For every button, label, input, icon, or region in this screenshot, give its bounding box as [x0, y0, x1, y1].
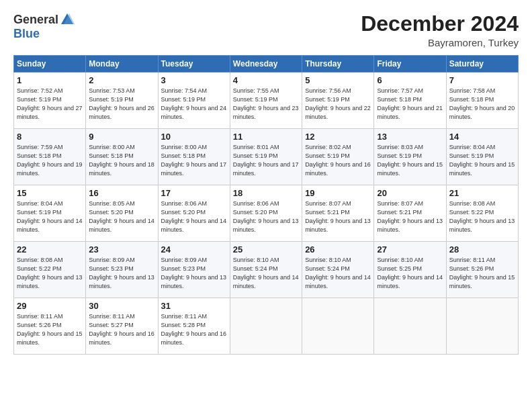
day-number: 3	[161, 75, 227, 85]
calendar-day-cell: 11Sunrise: 8:01 AMSunset: 5:19 PMDayligh…	[230, 129, 302, 185]
day-info: Sunrise: 8:09 AMSunset: 5:23 PMDaylight:…	[161, 257, 227, 289]
month-title: December 2024	[361, 12, 519, 36]
day-number: 10	[161, 132, 227, 142]
day-number: 17	[161, 188, 227, 198]
header-tuesday: Tuesday	[158, 56, 230, 73]
day-number: 18	[233, 188, 299, 198]
calendar-day-cell: 25Sunrise: 8:10 AMSunset: 5:24 PMDayligh…	[230, 242, 302, 298]
day-number: 14	[449, 132, 515, 142]
calendar-day-cell: 3Sunrise: 7:54 AMSunset: 5:19 PMDaylight…	[158, 73, 230, 129]
day-number: 27	[377, 244, 443, 255]
day-info: Sunrise: 8:08 AMSunset: 5:22 PMDaylight:…	[449, 200, 515, 233]
day-number: 1	[17, 75, 83, 85]
calendar-day-cell: 20Sunrise: 8:07 AMSunset: 5:21 PMDayligh…	[374, 185, 446, 242]
calendar-day-cell: 13Sunrise: 8:03 AMSunset: 5:19 PMDayligh…	[374, 129, 446, 185]
title-block: December 2024 Bayramoren, Turkey	[361, 12, 519, 48]
day-info: Sunrise: 8:00 AMSunset: 5:18 PMDaylight:…	[161, 144, 227, 177]
day-number: 30	[89, 301, 154, 311]
day-info: Sunrise: 8:01 AMSunset: 5:19 PMDaylight:…	[233, 144, 299, 177]
day-info: Sunrise: 7:55 AMSunset: 5:19 PMDaylight:…	[233, 87, 299, 120]
calendar-week-row: 8Sunrise: 7:59 AMSunset: 5:18 PMDaylight…	[14, 129, 519, 185]
day-info: Sunrise: 8:11 AMSunset: 5:27 PMDaylight:…	[89, 313, 154, 346]
calendar-day-cell: 4Sunrise: 7:55 AMSunset: 5:19 PMDaylight…	[230, 73, 302, 129]
day-number: 4	[233, 75, 299, 85]
calendar-day-cell: 23Sunrise: 8:09 AMSunset: 5:23 PMDayligh…	[86, 242, 158, 298]
day-info: Sunrise: 7:53 AMSunset: 5:19 PMDaylight:…	[89, 87, 154, 120]
day-info: Sunrise: 8:05 AMSunset: 5:20 PMDaylight:…	[89, 200, 154, 233]
header-wednesday: Wednesday	[230, 56, 302, 73]
calendar-day-cell: 15Sunrise: 8:04 AMSunset: 5:19 PMDayligh…	[14, 185, 86, 242]
day-info: Sunrise: 7:56 AMSunset: 5:19 PMDaylight:…	[305, 87, 371, 120]
logo-icon	[60, 12, 75, 27]
calendar-day-cell: 30Sunrise: 8:11 AMSunset: 5:27 PMDayligh…	[86, 298, 158, 355]
calendar-week-row: 1Sunrise: 7:52 AMSunset: 5:19 PMDaylight…	[14, 73, 519, 129]
day-number: 19	[305, 188, 371, 198]
day-info: Sunrise: 8:10 AMSunset: 5:24 PMDaylight:…	[233, 257, 299, 289]
calendar-day-cell: 19Sunrise: 8:07 AMSunset: 5:21 PMDayligh…	[302, 185, 374, 242]
calendar-week-row: 29Sunrise: 8:11 AMSunset: 5:26 PMDayligh…	[14, 298, 519, 355]
calendar-table: Sunday Monday Tuesday Wednesday Thursday…	[13, 55, 519, 355]
day-info: Sunrise: 8:06 AMSunset: 5:20 PMDaylight:…	[233, 200, 299, 233]
calendar-day-cell: 1Sunrise: 7:52 AMSunset: 5:19 PMDaylight…	[14, 73, 86, 129]
day-number: 11	[233, 132, 299, 142]
calendar-day-cell	[374, 298, 446, 355]
day-info: Sunrise: 8:10 AMSunset: 5:25 PMDaylight:…	[377, 257, 443, 289]
day-info: Sunrise: 8:07 AMSunset: 5:21 PMDaylight:…	[377, 200, 443, 233]
day-number: 13	[377, 132, 443, 142]
logo-general-text: General	[13, 13, 58, 27]
day-info: Sunrise: 8:11 AMSunset: 5:26 PMDaylight:…	[449, 257, 515, 289]
calendar-day-cell: 21Sunrise: 8:08 AMSunset: 5:22 PMDayligh…	[446, 185, 518, 242]
header-friday: Friday	[374, 56, 446, 73]
page: General Blue December 2024 Bayramoren, T…	[0, 0, 532, 411]
day-number: 22	[17, 244, 83, 255]
calendar-day-cell: 26Sunrise: 8:10 AMSunset: 5:24 PMDayligh…	[302, 242, 374, 298]
calendar-day-cell: 22Sunrise: 8:08 AMSunset: 5:22 PMDayligh…	[14, 242, 86, 298]
day-number: 25	[233, 244, 299, 255]
calendar-day-cell: 24Sunrise: 8:09 AMSunset: 5:23 PMDayligh…	[158, 242, 230, 298]
day-info: Sunrise: 7:57 AMSunset: 5:18 PMDaylight:…	[377, 87, 443, 120]
calendar-day-cell: 17Sunrise: 8:06 AMSunset: 5:20 PMDayligh…	[158, 185, 230, 242]
calendar-day-cell: 29Sunrise: 8:11 AMSunset: 5:26 PMDayligh…	[14, 298, 86, 355]
calendar-day-cell: 9Sunrise: 8:00 AMSunset: 5:18 PMDaylight…	[86, 129, 158, 185]
day-number: 6	[377, 75, 443, 85]
day-number: 9	[89, 132, 154, 142]
calendar-day-cell: 10Sunrise: 8:00 AMSunset: 5:18 PMDayligh…	[158, 129, 230, 185]
day-number: 26	[305, 244, 371, 255]
day-number: 7	[449, 75, 515, 85]
day-info: Sunrise: 8:11 AMSunset: 5:28 PMDaylight:…	[161, 313, 227, 346]
day-info: Sunrise: 7:54 AMSunset: 5:19 PMDaylight:…	[161, 87, 227, 120]
calendar-day-cell	[446, 298, 518, 355]
calendar-day-cell: 5Sunrise: 7:56 AMSunset: 5:19 PMDaylight…	[302, 73, 374, 129]
header-saturday: Saturday	[446, 56, 518, 73]
day-info: Sunrise: 8:06 AMSunset: 5:20 PMDaylight:…	[161, 200, 227, 233]
calendar-week-row: 15Sunrise: 8:04 AMSunset: 5:19 PMDayligh…	[14, 185, 519, 242]
day-number: 23	[89, 244, 154, 255]
day-info: Sunrise: 8:08 AMSunset: 5:22 PMDaylight:…	[17, 257, 83, 289]
calendar-day-cell: 2Sunrise: 7:53 AMSunset: 5:19 PMDaylight…	[86, 73, 158, 129]
header-thursday: Thursday	[302, 56, 374, 73]
header-sunday: Sunday	[14, 56, 86, 73]
day-number: 12	[305, 132, 371, 142]
calendar-week-row: 22Sunrise: 8:08 AMSunset: 5:22 PMDayligh…	[14, 242, 519, 298]
day-info: Sunrise: 8:02 AMSunset: 5:19 PMDaylight:…	[305, 144, 371, 177]
calendar-day-cell: 12Sunrise: 8:02 AMSunset: 5:19 PMDayligh…	[302, 129, 374, 185]
calendar-day-cell: 28Sunrise: 8:11 AMSunset: 5:26 PMDayligh…	[446, 242, 518, 298]
day-number: 21	[449, 188, 515, 198]
logo: General Blue	[13, 12, 75, 41]
day-number: 2	[89, 75, 154, 85]
day-number: 15	[17, 188, 83, 198]
day-number: 5	[305, 75, 371, 85]
day-info: Sunrise: 8:04 AMSunset: 5:19 PMDaylight:…	[17, 200, 83, 233]
day-info: Sunrise: 8:00 AMSunset: 5:18 PMDaylight:…	[89, 144, 154, 177]
day-info: Sunrise: 8:09 AMSunset: 5:23 PMDaylight:…	[89, 257, 154, 289]
day-info: Sunrise: 8:03 AMSunset: 5:19 PMDaylight:…	[377, 144, 443, 177]
calendar-header-row: Sunday Monday Tuesday Wednesday Thursday…	[14, 56, 519, 73]
day-number: 24	[161, 244, 227, 255]
header: General Blue December 2024 Bayramoren, T…	[13, 12, 519, 48]
calendar-day-cell: 31Sunrise: 8:11 AMSunset: 5:28 PMDayligh…	[158, 298, 230, 355]
day-number: 16	[89, 188, 154, 198]
header-monday: Monday	[86, 56, 158, 73]
day-number: 29	[17, 301, 83, 311]
day-number: 31	[161, 301, 227, 311]
calendar-day-cell: 14Sunrise: 8:04 AMSunset: 5:19 PMDayligh…	[446, 129, 518, 185]
